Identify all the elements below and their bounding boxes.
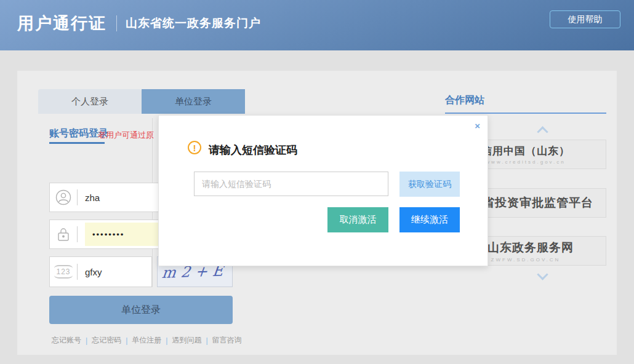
close-icon[interactable]: × xyxy=(475,121,480,131)
field-separator xyxy=(77,189,78,205)
partner-url: ZWFW.SD.GOV.CN xyxy=(491,257,561,263)
username-value: zha xyxy=(85,192,100,203)
brand-row: 用户通行证 山东省统一政务服务门户 xyxy=(17,12,261,34)
link-problems[interactable]: 遇到问题 xyxy=(172,335,201,346)
link-forgot-account[interactable]: 忘记账号 xyxy=(52,335,81,346)
portal-subtitle: 山东省统一政务服务门户 xyxy=(126,15,261,31)
password-mask: •••••••• xyxy=(92,230,124,239)
chevron-up-icon[interactable] xyxy=(537,126,548,137)
continue-activation-button[interactable]: 继续激活 xyxy=(399,207,460,232)
captcha-field[interactable]: 123 gfxy xyxy=(49,256,152,287)
tab-personal-login[interactable]: 个人登录 xyxy=(38,89,142,114)
partner-url: www.creditsd.gov.cn xyxy=(486,159,565,165)
partners-underline xyxy=(445,113,606,114)
link-org-register[interactable]: 单位注册 xyxy=(132,335,161,346)
link-separator: | xyxy=(206,336,207,345)
get-code-button[interactable]: 获取验证码 xyxy=(399,172,460,197)
org-login-button[interactable]: 单位登录 xyxy=(49,296,233,324)
modal-title: 请输入短信验证码 xyxy=(209,143,297,157)
field-separator xyxy=(77,226,78,242)
brand-title: 用户通行证 xyxy=(17,12,106,34)
captcha-value: gfxy xyxy=(85,267,102,277)
brand-divider xyxy=(116,15,117,31)
partners-title: 合作网站 xyxy=(445,94,484,107)
sms-verification-modal: × ! 请输入短信验证码 获取验证码 取消激活 继续激活 xyxy=(158,115,488,266)
sms-code-input[interactable] xyxy=(194,172,388,196)
warning-icon: ! xyxy=(188,141,201,154)
tab-organization-login[interactable]: 单位登录 xyxy=(142,89,245,114)
cancel-activation-button[interactable]: 取消激活 xyxy=(327,207,388,232)
link-forgot-password[interactable]: 忘记密码 xyxy=(92,335,121,346)
help-button[interactable]: 使用帮助 xyxy=(550,10,620,28)
link-feedback[interactable]: 留言咨询 xyxy=(212,335,242,346)
method-underline xyxy=(49,142,105,144)
captcha-123-icon: 123 xyxy=(50,265,77,279)
link-separator: | xyxy=(86,336,87,345)
header: 用户通行证 山东省统一政务服务门户 使用帮助 xyxy=(0,0,634,50)
user-icon xyxy=(50,189,77,205)
chevron-down-icon[interactable] xyxy=(537,269,548,280)
lock-icon xyxy=(50,226,77,242)
helper-links: 忘记账号 | 忘记密码 | 单位注册 | 遇到问题 | 留言咨询 xyxy=(52,335,242,346)
link-separator: | xyxy=(126,336,127,345)
link-separator: | xyxy=(166,336,167,345)
partner-name: 信用中国（山东） xyxy=(481,144,570,158)
old-user-notice: 老用户可通过原 xyxy=(98,130,158,141)
field-separator xyxy=(77,264,78,280)
partner-name: 山东政务服务网 xyxy=(488,240,574,256)
